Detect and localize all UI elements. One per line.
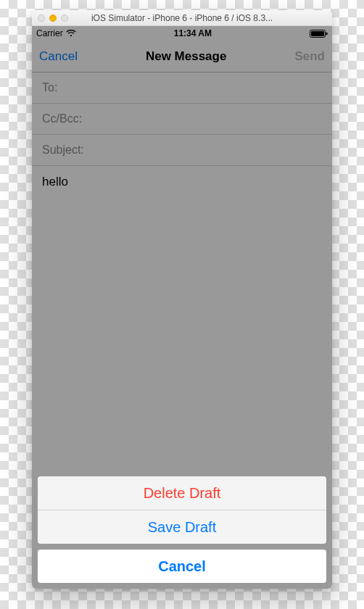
phone-screen: Carrier 11:34 AM C (32, 26, 332, 589)
save-draft-button[interactable]: Save Draft (38, 510, 326, 544)
action-sheet-group: Delete Draft Save Draft (38, 476, 326, 544)
action-sheet: Delete Draft Save Draft Cancel (38, 476, 326, 583)
window-title: iOS Simulator - iPhone 6 - iPhone 6 / iO… (32, 13, 332, 23)
close-icon[interactable] (38, 14, 45, 22)
minimize-icon[interactable] (49, 14, 57, 22)
macos-window: iOS Simulator - iPhone 6 - iPhone 6 / iO… (32, 10, 332, 589)
traffic-lights (38, 14, 68, 22)
action-sheet-cancel-button[interactable]: Cancel (38, 550, 326, 583)
delete-draft-button[interactable]: Delete Draft (38, 476, 326, 510)
window-titlebar[interactable]: iOS Simulator - iPhone 6 - iPhone 6 / iO… (32, 10, 332, 26)
zoom-icon[interactable] (61, 14, 68, 22)
